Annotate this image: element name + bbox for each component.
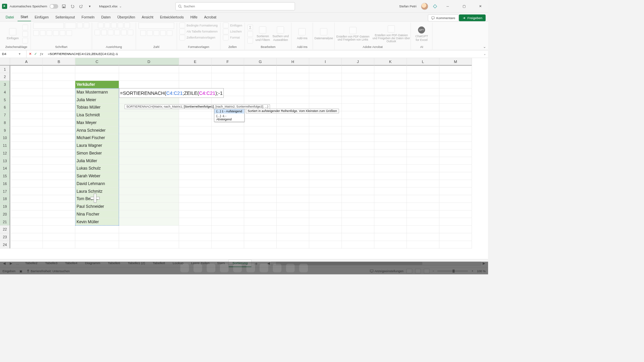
cell-I22[interactable]	[309, 226, 342, 233]
row-header-4[interactable]: 4	[0, 88, 10, 96]
cell-L3[interactable]	[407, 81, 439, 88]
cell-B8[interactable]	[43, 119, 75, 127]
col-header-J[interactable]: J	[342, 58, 374, 66]
cancel-formula-icon[interactable]: ✕	[29, 52, 32, 56]
cell-G12[interactable]	[244, 149, 277, 157]
col-header-C[interactable]: C	[75, 58, 119, 66]
cell-C15[interactable]: Sarah Weber	[75, 172, 119, 180]
cell-B22[interactable]	[43, 226, 75, 233]
cell-K5[interactable]	[374, 96, 407, 104]
cell-D2[interactable]	[119, 73, 179, 81]
row-header-15[interactable]: 15	[0, 172, 10, 180]
cell-C21[interactable]: Kevin Müller	[75, 218, 119, 226]
user-avatar[interactable]	[421, 3, 428, 10]
align-middle-icon[interactable]	[105, 22, 110, 28]
row-header-11[interactable]: 11	[0, 142, 10, 149]
cell-L2[interactable]	[407, 73, 439, 81]
bold-icon[interactable]	[33, 30, 39, 36]
cell-M3[interactable]	[439, 81, 472, 88]
cell-C20[interactable]: Nina Fischer	[75, 210, 119, 218]
format-painter-icon[interactable]	[22, 38, 28, 44]
tab-file[interactable]: Datei	[3, 14, 17, 21]
cell-E11[interactable]	[179, 142, 212, 149]
cell-D15[interactable]	[119, 172, 179, 180]
cell-L8[interactable]	[407, 119, 439, 127]
name-box[interactable]: ▾	[0, 50, 26, 58]
font-size-select[interactable]	[65, 22, 76, 28]
cell-I4[interactable]	[309, 88, 342, 96]
grow-font-icon[interactable]	[77, 22, 83, 28]
cell-styles-icon[interactable]	[179, 35, 185, 41]
cell-A19[interactable]	[10, 203, 43, 210]
row-header-9[interactable]: 9	[0, 126, 10, 134]
cell-C5[interactable]: Julia Meier	[75, 96, 119, 104]
diamond-icon[interactable]	[433, 4, 437, 9]
cell-J2[interactable]	[342, 73, 374, 81]
tab-formulas[interactable]: Formeln	[78, 14, 98, 21]
cell-A4[interactable]	[10, 88, 43, 96]
cell-D10[interactable]	[119, 134, 179, 142]
cell-D8[interactable]	[119, 119, 179, 127]
cell-F21[interactable]	[212, 218, 244, 226]
qat-undo-icon[interactable]	[69, 3, 75, 9]
cell-J3[interactable]	[342, 81, 374, 88]
cell-L23[interactable]	[407, 233, 439, 241]
dock-item[interactable]	[286, 264, 295, 273]
cell-B21[interactable]	[43, 218, 75, 226]
row-header-10[interactable]: 10	[0, 134, 10, 142]
chevron-down-icon[interactable]: ▾	[19, 52, 20, 56]
cell-M17[interactable]	[439, 187, 472, 195]
cell-F13[interactable]	[212, 157, 244, 165]
cell-C1[interactable]	[75, 66, 119, 73]
fill-icon[interactable]	[248, 31, 253, 37]
cell-I20[interactable]	[309, 210, 342, 218]
cell-H5[interactable]	[277, 96, 309, 104]
cell-G15[interactable]	[244, 172, 277, 180]
cell-I23[interactable]	[309, 233, 342, 241]
cell-K23[interactable]	[374, 233, 407, 241]
cell-L9[interactable]	[407, 126, 439, 134]
cell-H17[interactable]	[277, 187, 309, 195]
cell-E20[interactable]	[179, 210, 212, 218]
cell-K3[interactable]	[374, 81, 407, 88]
cell-I16[interactable]	[309, 180, 342, 188]
cell-H9[interactable]	[277, 126, 309, 134]
cell-J16[interactable]	[342, 180, 374, 188]
cell-M21[interactable]	[439, 218, 472, 226]
cell-C14[interactable]: Lukas Schulz	[75, 165, 119, 172]
maximize-button[interactable]: ▢	[458, 2, 470, 10]
cell-E15[interactable]	[179, 172, 212, 180]
number-format-select[interactable]	[139, 22, 174, 28]
wrap-text-icon[interactable]	[124, 22, 130, 28]
select-all-corner[interactable]	[0, 58, 10, 66]
cell-A3[interactable]	[10, 81, 43, 88]
data-analysis-button[interactable]: Datenanalyse	[316, 28, 332, 40]
comments-button[interactable]: Kommentare	[428, 14, 459, 21]
font-family-select[interactable]	[33, 22, 64, 28]
cell-C3[interactable]: Verkäufer	[75, 81, 119, 88]
cell-I11[interactable]	[309, 142, 342, 149]
cell-L24[interactable]	[407, 241, 439, 249]
cell-A8[interactable]	[10, 119, 43, 127]
cell-D19[interactable]	[119, 203, 179, 210]
cell-E13[interactable]	[179, 157, 212, 165]
cell-D22[interactable]	[119, 226, 179, 233]
cell-H23[interactable]	[277, 233, 309, 241]
cell-G3[interactable]	[244, 81, 277, 88]
cell-D17[interactable]	[119, 187, 179, 195]
formula-bar-expand-icon[interactable]: ⌄	[482, 52, 488, 56]
tab-view[interactable]: Ansicht	[139, 14, 156, 21]
cell-G17[interactable]	[244, 187, 277, 195]
cell-K2[interactable]	[374, 73, 407, 81]
orientation-icon[interactable]	[118, 22, 123, 28]
cell-L14[interactable]	[407, 165, 439, 172]
row-header-20[interactable]: 20	[0, 210, 10, 218]
cell-M22[interactable]	[439, 226, 472, 233]
cell-B17[interactable]	[43, 187, 75, 195]
cell-L17[interactable]	[407, 187, 439, 195]
tab-page-layout[interactable]: Seitenlayout	[52, 14, 78, 21]
align-top-icon[interactable]	[98, 22, 104, 28]
cell-J5[interactable]	[342, 96, 374, 104]
cell-J23[interactable]	[342, 233, 374, 241]
cell-K16[interactable]	[374, 180, 407, 188]
